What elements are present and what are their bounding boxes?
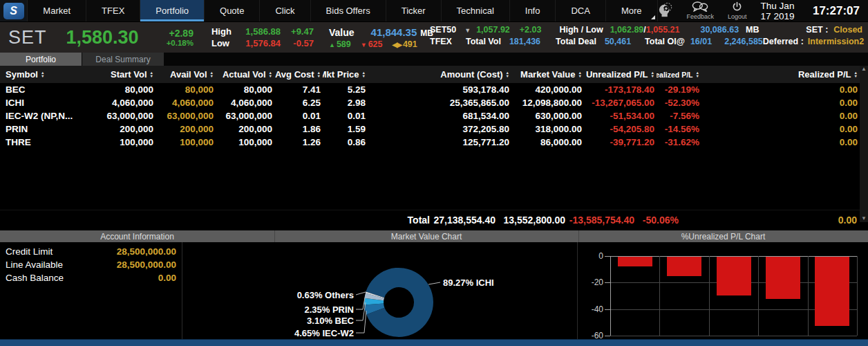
- feedback-button[interactable]: Feedback: [687, 1, 715, 20]
- total-vol-value: 181,436: [509, 37, 540, 46]
- cell-realized-p-l: 0.00: [701, 122, 860, 136]
- column-header-label: Realized P/L: [798, 69, 851, 80]
- table-row-ichi[interactable]: ICHI4,060,0004,060,0004,060,0006.252.982…: [0, 96, 860, 109]
- set50-label: SET50: [430, 25, 456, 35]
- app-logo[interactable]: S: [0, 0, 28, 21]
- column-header-realized-p-l[interactable]: Realized P/L▲▼: [701, 66, 860, 83]
- logout-button[interactable]: Logout: [728, 1, 747, 20]
- vertical-scrollbar[interactable]: ▲ ▼: [860, 66, 868, 222]
- set50-dropdown-icon[interactable]: ▼: [464, 27, 471, 34]
- cell-unrealized-p-l: -29.19%: [657, 83, 701, 96]
- cell-market-value: 12,098,800.00: [511, 96, 584, 109]
- up-triangle-icon: ▲: [329, 42, 335, 48]
- column-header-amount-cost[interactable]: Amount (Cost)▲▼: [368, 66, 511, 83]
- cell-unrealized-p-l: -173,178.40: [584, 83, 657, 96]
- total-market-value: 13,552,800.00: [496, 215, 565, 226]
- sort-icon: ▲▼: [854, 71, 858, 78]
- cell-amount-cost: 593,178.40: [368, 83, 511, 96]
- column-header-actual-vol[interactable]: Actual Vol▲▼: [216, 66, 274, 83]
- account-row-credit-limit: Credit Limit28,500,000.00: [0, 245, 182, 258]
- donut-label-iec-w2: 4.65% IEC-W2: [294, 328, 354, 338]
- column-header-start-vol[interactable]: Start Vol▲▼: [100, 66, 155, 83]
- cell-avg-cost: 6.25: [274, 96, 323, 109]
- menu-item-quote[interactable]: Quote: [205, 0, 260, 21]
- table-row-bec[interactable]: BEC80,00080,00080,0007.415.25593,178.404…: [0, 83, 860, 96]
- unchanged-count: ◀▶491: [393, 39, 417, 49]
- menu-item-market[interactable]: Market: [28, 0, 86, 21]
- y-axis-tick: [605, 256, 610, 257]
- set50-turnover-value: 30,086.63: [700, 25, 739, 35]
- gridline-vertical: [659, 256, 660, 336]
- column-header-label: Market Value: [520, 69, 576, 80]
- menu-item-ticker[interactable]: Ticker: [386, 0, 442, 21]
- column-header-symbol[interactable]: Symbol▲▼: [0, 66, 100, 83]
- cell-amount-cost: 681,534.00: [368, 109, 511, 122]
- column-header-avg-cost[interactable]: Avg Cost▲▼: [274, 66, 323, 83]
- sort-icon: ▲▼: [317, 71, 321, 78]
- table-row-iec-w2[interactable]: IEC-W2 (NP,N...63,000,00063,000,00063,00…: [0, 109, 860, 122]
- menu-item-portfolio[interactable]: Portfolio: [140, 0, 205, 21]
- table-row-prin[interactable]: PRIN200,000200,000200,0001.861.59372,205…: [0, 122, 860, 136]
- cell-avg-cost: 0.01: [274, 109, 323, 122]
- column-header-label: Unrealized P/L: [586, 69, 648, 80]
- column-header-market-value[interactable]: Market Value▲▼: [511, 66, 584, 83]
- total-oi-date: 16/01: [690, 37, 712, 46]
- cell-mkt-price: 0.86: [323, 136, 368, 149]
- menu-item-click[interactable]: Click: [260, 0, 310, 21]
- scroll-up-icon[interactable]: ▲: [861, 66, 867, 73]
- market-summary-bar: SET 1,580.30 +2.89 +0.18% High 1,586.88 …: [0, 22, 868, 53]
- cell-avail-vol: 100,000: [155, 136, 216, 149]
- cell-market-value: 630,000.00: [511, 109, 584, 122]
- menu-item-tfex[interactable]: TFEX: [86, 0, 140, 21]
- tab-portfolio[interactable]: Portfolio: [0, 53, 82, 66]
- assistant-button[interactable]: [658, 3, 673, 19]
- set-index-label: SET: [8, 27, 47, 48]
- horizontal-scrollbar[interactable]: [0, 339, 868, 346]
- tab-deal-summary[interactable]: Deal Summary: [82, 53, 164, 66]
- cell-realized-p-l: 0.00: [701, 136, 860, 149]
- sort-icon: ▲▼: [150, 71, 153, 78]
- datetime-block: Thu Jan 17 2019 17:27:07: [761, 1, 860, 21]
- menu-item-more[interactable]: More: [606, 0, 658, 21]
- cell-amount-cost: 372,205.80: [368, 122, 511, 136]
- column-header-unrealized-p-l[interactable]: Unrealized P/L▲▼: [584, 66, 657, 83]
- cell-start-vol: 63,000,000: [100, 109, 155, 122]
- table-row-thre[interactable]: THRE100,000100,000100,0001.260.86125,771…: [0, 136, 860, 149]
- cell-avail-vol: 200,000: [155, 122, 216, 136]
- cell-start-vol: 200,000: [100, 122, 155, 136]
- account-value: 0.00: [104, 273, 176, 283]
- account-value: 28,500,000.00: [104, 260, 176, 270]
- feedback-label: Feedback: [687, 14, 715, 20]
- cell-unrealized-p-l: -14.56%: [657, 122, 701, 136]
- donut-leader-line: [364, 311, 366, 333]
- sort-icon: ▲▼: [269, 71, 272, 78]
- gridline-vertical: [808, 256, 809, 336]
- menu-item-info[interactable]: Info: [510, 0, 556, 21]
- cell-start-vol: 100,000: [100, 136, 155, 149]
- cell-avail-vol: 63,000,000: [155, 109, 216, 122]
- advancers-count: ▲589: [329, 39, 351, 49]
- column-header-mkt-price[interactable]: Mkt Price▲▼: [323, 66, 368, 83]
- menu-item-technical[interactable]: Technical: [442, 0, 510, 21]
- column-header-avail-vol[interactable]: Avail Vol▲▼: [155, 66, 216, 83]
- set50-high-low-values: 1,062.89/1,055.21: [610, 25, 680, 35]
- set50-high-low-label: High / Low: [559, 25, 603, 35]
- set-low-label: Low: [211, 38, 239, 48]
- account-label: Credit Limit: [0, 246, 104, 257]
- time-display: 17:27:07: [813, 4, 860, 18]
- feedback-chat-icon: [692, 1, 708, 13]
- y-axis-tick: [605, 282, 610, 283]
- sort-icon: ▲▼: [506, 71, 509, 78]
- sort-icon: ▲▼: [41, 71, 44, 78]
- y-axis-tick: [605, 309, 610, 310]
- y-axis-tick-label: 0: [577, 251, 603, 261]
- menu-item-bids-offers[interactable]: Bids Offers: [311, 0, 386, 21]
- column-header-unrealized-p-l[interactable]: %Unrealized P/L▲▼: [657, 66, 701, 83]
- menu-item-dca[interactable]: DCA: [556, 0, 605, 21]
- column-header-label: Avail Vol: [170, 69, 207, 80]
- total-oi-value: 2,246,585: [724, 37, 763, 46]
- cell-mkt-price: 0.01: [323, 109, 368, 122]
- scroll-down-icon[interactable]: ▼: [861, 215, 867, 222]
- donut-label-others: 0.63% Others: [297, 290, 354, 300]
- cell-market-value: 86,000.00: [511, 136, 584, 149]
